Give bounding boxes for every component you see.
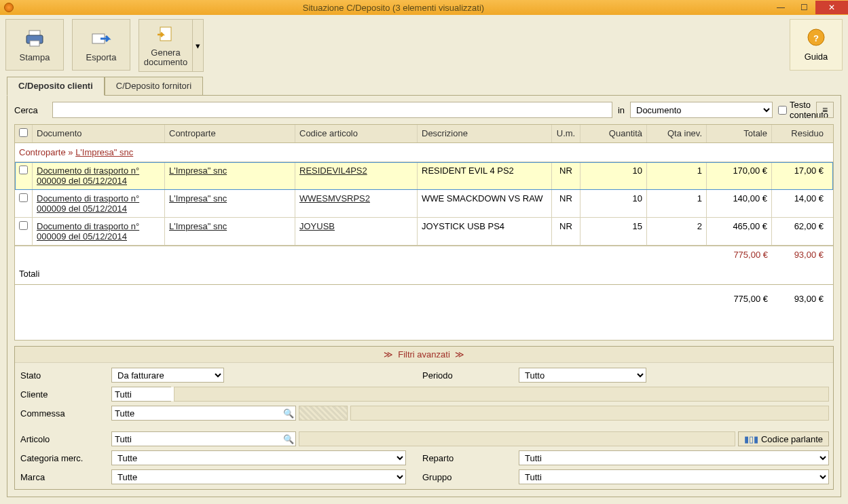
marca-select[interactable]: Tutte bbox=[111, 469, 406, 484]
app-window: Situazione C/Deposito (3 elementi visual… bbox=[0, 0, 848, 504]
gruppo-select[interactable]: Tutti bbox=[519, 469, 829, 484]
toolbar: Stampa Esporta Genera documento ▾ ? Guid… bbox=[0, 15, 848, 76]
commessa-display bbox=[350, 406, 829, 421]
articolo-lookup[interactable]: 🔍 bbox=[111, 431, 296, 446]
minimize-button[interactable]: — bbox=[769, 1, 792, 14]
help-label: Guida bbox=[805, 52, 828, 62]
search-icon[interactable]: 🔍 bbox=[282, 408, 295, 419]
export-label: Esporta bbox=[86, 52, 117, 62]
col-descrizione[interactable]: Descrizione bbox=[418, 125, 552, 142]
grid-header: Documento Controparte Codice articolo De… bbox=[15, 125, 833, 143]
tabs: C/Deposito clienti C/Deposito fornitori bbox=[7, 76, 841, 95]
tab-clienti[interactable]: C/Deposito clienti bbox=[7, 77, 105, 96]
cliente-display bbox=[174, 387, 829, 402]
row-check[interactable] bbox=[19, 193, 28, 202]
reparto-label: Reparto bbox=[422, 453, 519, 463]
doc-link[interactable]: Documento di trasporto n° 000009 del 05/… bbox=[37, 193, 139, 214]
search-field-select[interactable]: Documento bbox=[630, 102, 773, 118]
periodo-select[interactable]: Tutto bbox=[519, 368, 646, 383]
export-icon bbox=[90, 28, 112, 50]
svg-text:?: ? bbox=[813, 33, 819, 43]
printer-icon bbox=[24, 28, 45, 50]
stato-label: Stato bbox=[19, 370, 111, 381]
cliente-lookup[interactable]: 🔍 bbox=[111, 387, 171, 402]
ctp-link[interactable]: L'Impresa" snc bbox=[169, 193, 227, 203]
testo-contenuto-check[interactable]: Testo contenuto bbox=[778, 100, 811, 120]
window-title: Situazione C/Deposito (3 elementi visual… bbox=[18, 3, 769, 13]
table-row[interactable]: Documento di trasporto n° 000009 del 05/… bbox=[15, 218, 833, 246]
generate-doc-dropdown[interactable]: ▾ bbox=[192, 20, 203, 71]
gruppo-label: Gruppo bbox=[422, 472, 519, 482]
search-menu-button[interactable]: ≡ bbox=[816, 102, 834, 118]
generate-doc-button[interactable]: Genera documento bbox=[139, 20, 192, 71]
results-grid: Documento Controparte Codice articolo De… bbox=[14, 124, 834, 341]
art-link[interactable]: JOYUSB bbox=[299, 221, 335, 231]
barcode-icon: ▮▯▮ bbox=[744, 434, 758, 444]
chevron-down-icon: ≫ bbox=[455, 349, 464, 360]
advanced-filters: ≫ Filtri avanzati ≫ Stato Da fatturare P… bbox=[14, 346, 834, 490]
commessa-lookup[interactable]: 🔍 bbox=[111, 406, 296, 421]
table-row[interactable]: Documento di trasporto n° 000009 del 05/… bbox=[15, 190, 833, 218]
search-input[interactable] bbox=[52, 102, 612, 118]
maximize-button[interactable]: ☐ bbox=[792, 1, 815, 14]
app-icon bbox=[4, 3, 14, 12]
reparto-select[interactable]: Tutti bbox=[519, 450, 829, 465]
doc-link[interactable]: Documento di trasporto n° 000009 del 05/… bbox=[37, 221, 139, 241]
articolo-label: Articolo bbox=[19, 434, 111, 444]
select-all-check[interactable] bbox=[19, 128, 28, 137]
export-button[interactable]: Esporta bbox=[72, 19, 130, 71]
group-row: Controparte » L'Impresa" snc bbox=[15, 143, 833, 162]
row-check[interactable] bbox=[19, 166, 28, 174]
ctp-link[interactable]: L'Impresa" snc bbox=[169, 166, 227, 176]
subtotal-row: 775,00 € 93,00 € bbox=[15, 246, 833, 263]
commessa-label: Commessa bbox=[19, 408, 111, 419]
svg-rect-2 bbox=[30, 41, 39, 46]
print-button[interactable]: Stampa bbox=[5, 19, 64, 71]
search-icon[interactable]: 🔍 bbox=[282, 434, 295, 444]
articolo-display bbox=[299, 431, 735, 446]
tab-fornitori[interactable]: C/Deposito fornitori bbox=[105, 77, 203, 96]
periodo-label: Periodo bbox=[422, 370, 519, 381]
print-label: Stampa bbox=[20, 52, 50, 62]
close-button[interactable]: ✕ bbox=[815, 1, 848, 14]
col-quantita[interactable]: Quantità bbox=[580, 125, 647, 142]
commessa-disabled bbox=[299, 406, 348, 421]
help-icon: ? bbox=[807, 28, 826, 49]
total-row: 775,00 € 93,00 € bbox=[15, 285, 833, 313]
document-icon bbox=[155, 24, 177, 45]
tab-panel: Cerca in Documento Testo contenuto ≡ Doc… bbox=[7, 95, 841, 497]
search-row: Cerca in Documento Testo contenuto ≡ bbox=[14, 100, 834, 120]
col-residuo[interactable]: Residuo bbox=[772, 125, 828, 142]
art-link[interactable]: WWESMVSRPS2 bbox=[299, 193, 370, 203]
cliente-label: Cliente bbox=[19, 389, 111, 400]
totali-label: Totali bbox=[15, 263, 833, 284]
search-in-label: in bbox=[618, 105, 625, 115]
marca-label: Marca bbox=[19, 472, 111, 482]
categoria-select[interactable]: Tutte bbox=[111, 450, 406, 465]
group-link[interactable]: L'Impresa" snc bbox=[75, 147, 133, 157]
filters-toggle[interactable]: ≫ Filtri avanzati ≫ bbox=[15, 347, 833, 363]
table-row[interactable]: Documento di trasporto n° 000009 del 05/… bbox=[15, 162, 833, 190]
col-qtainev[interactable]: Qta inev. bbox=[647, 125, 707, 142]
stato-select[interactable]: Da fatturare bbox=[111, 368, 224, 383]
col-codice[interactable]: Codice articolo bbox=[295, 125, 418, 142]
help-button[interactable]: ? Guida bbox=[790, 19, 843, 71]
col-totale[interactable]: Totale bbox=[707, 125, 772, 142]
categoria-label: Categoria merc. bbox=[19, 453, 111, 463]
ctp-link[interactable]: L'Impresa" snc bbox=[169, 221, 227, 231]
col-documento[interactable]: Documento bbox=[33, 125, 165, 142]
col-um[interactable]: U.m. bbox=[552, 125, 580, 142]
row-check[interactable] bbox=[19, 221, 28, 230]
search-label: Cerca bbox=[14, 105, 47, 115]
titlebar: Situazione C/Deposito (3 elementi visual… bbox=[0, 0, 848, 15]
generate-doc-label: Genera documento bbox=[139, 48, 192, 68]
col-controparte[interactable]: Controparte bbox=[165, 125, 295, 142]
doc-link[interactable]: Documento di trasporto n° 000009 del 05/… bbox=[37, 166, 139, 186]
art-link[interactable]: RESIDEVIL4PS2 bbox=[299, 166, 367, 176]
codice-parlante-button[interactable]: ▮▯▮Codice parlante bbox=[738, 431, 829, 446]
chevron-down-icon: ≫ bbox=[384, 349, 393, 360]
